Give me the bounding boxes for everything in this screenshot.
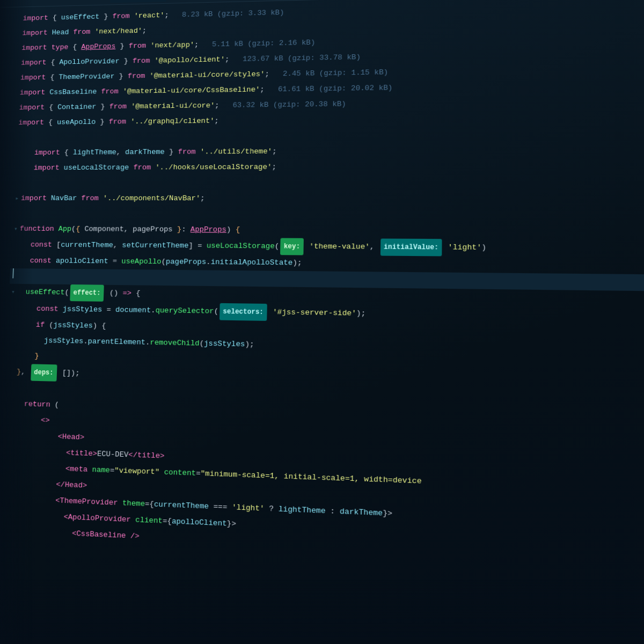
size-1: 8.23 kB (gzip: 3.33 kB) <box>173 5 284 23</box>
keyword-import7: import <box>19 100 45 115</box>
keyword-return: return <box>24 397 50 413</box>
brace-15f: { <box>235 222 240 238</box>
keyword-from4: from <box>132 54 150 69</box>
id-apolloclient2: apolloClient <box>171 514 227 532</box>
id-document: document <box>115 302 151 318</box>
code-line-11: import useLocalStorage from '../hooks/us… <box>14 157 644 175</box>
keyword-const17: const <box>30 253 52 269</box>
indent-28 <box>5 427 58 445</box>
plain-15e: ) <box>226 222 236 238</box>
val-viewport: "viewport" <box>114 463 160 480</box>
code-line-12 <box>13 174 644 191</box>
code-line-14 <box>12 206 644 224</box>
attr-client: client <box>130 512 163 530</box>
indent-10 <box>17 145 34 160</box>
plain-5b: } <box>114 69 128 84</box>
str-apollo: '@apollo/client' <box>150 52 225 69</box>
keyword-from2: from <box>69 25 91 40</box>
indent-21 <box>10 317 36 333</box>
str-cssbaseline: '@material-ui/core/CssBaseline' <box>118 82 260 99</box>
keyword-import8: import <box>18 115 45 130</box>
plain-5: { <box>46 70 59 85</box>
plain-8c: ; <box>214 113 219 129</box>
badge-key: key: <box>280 238 304 255</box>
keyword-import3: import <box>21 40 48 56</box>
plain-32b: === <box>209 499 232 516</box>
plain-22d: ); <box>245 336 254 353</box>
plain-20: = <box>102 302 116 318</box>
str-react: 'react' <box>129 8 165 24</box>
indent-22 <box>9 332 45 348</box>
str-light: 'light' <box>443 239 482 256</box>
editor-inner: ts index.ts × ⚙ .env.local × ⚛ _app.tsx … <box>0 0 644 644</box>
indent-19 <box>17 284 26 300</box>
keyword-const16: const <box>30 237 52 253</box>
code-line-13: ▸ import NavBar from '../components/NavB… <box>13 191 644 207</box>
id-navbar: NavBar <box>46 191 77 207</box>
size-6: 61.61 kB (gzip: 20.02 kB) <box>269 80 393 98</box>
str-matui-styles: '@material-ui/core/styles' <box>145 67 265 84</box>
id-container: Container <box>57 99 97 115</box>
indent-24 <box>8 364 17 379</box>
badge-deps: deps: <box>31 364 57 381</box>
plain-1b: } <box>99 9 113 24</box>
id-apolloclient: apolloClient <box>51 253 108 269</box>
plain-17d: ); <box>292 255 302 271</box>
plain-7: { <box>45 100 58 115</box>
indent-26 <box>6 396 25 412</box>
keyword-import13: import <box>20 191 47 206</box>
id-currenttheme2: currentTheme <box>153 496 209 515</box>
keyword-import: import <box>23 11 48 26</box>
tag-themeprovider: <ThemeProvider <box>55 493 118 511</box>
size-4: 123.67 kB (gzip: 33.78 kB) <box>233 50 361 68</box>
editor-container: ts index.ts × ⚙ .env.local × ⚛ _app.tsx … <box>0 0 644 644</box>
id-lighttheme2: lightTheme <box>278 501 325 519</box>
plain-3c: ; <box>194 38 199 53</box>
plain-16: [ <box>52 237 61 253</box>
keyword-import11: import <box>33 160 60 175</box>
plain-32e: }> <box>383 505 392 522</box>
tab-index-ts[interactable]: ts index.ts × <box>0 0 46 6</box>
fold-19: ▾ <box>11 284 16 300</box>
keyword-if: if <box>35 317 45 333</box>
indent-27 <box>6 412 41 428</box>
plain-6: ; <box>260 82 265 98</box>
id-jssstyles3: jssStyles <box>43 333 83 350</box>
id-uselocalstorage: useLocalStorage <box>59 160 129 175</box>
plain-16d: ( <box>274 239 279 255</box>
str-theme: '../utils/theme' <box>195 144 272 160</box>
id-head: Head <box>47 25 69 41</box>
plain-8b: } <box>96 114 109 130</box>
str-themevalue: 'theme-value' <box>304 239 370 255</box>
id-jssstyles4: jssStyles <box>204 336 245 353</box>
plain-7c: ; <box>215 98 219 114</box>
str-navbar: '../components/NavBar' <box>98 191 200 207</box>
tab-app-tsx[interactable]: ⚛ _app.tsx × <box>110 0 166 3</box>
plain-19b: () <box>105 286 123 302</box>
str-light2: 'light' <box>232 500 265 517</box>
type-appprops2: AppProps <box>190 222 226 238</box>
id-cssbaseline: CssBaseline <box>45 84 97 100</box>
keyword-from3: from <box>128 39 146 54</box>
plain-26: ( <box>50 397 59 413</box>
id-useEffect: useEffect <box>61 10 100 25</box>
plain-29: ECU-DEV <box>97 446 128 463</box>
str-graphql: '../graphql/client' <box>126 113 215 129</box>
tab-env-local[interactable]: ⚙ .env.local × <box>46 0 109 4</box>
plain-11: ; <box>272 159 276 175</box>
arrow-19: => <box>122 286 131 301</box>
plain-16c: ] = <box>188 238 207 254</box>
code-content[interactable]: import { useEffect } from 'react' ; 8.23… <box>0 0 644 644</box>
indent-30 <box>4 459 66 477</box>
keyword-function: function <box>19 221 54 237</box>
attr-theme: theme <box>118 495 145 513</box>
code-area: 1 2 3 4 5 6 7 8 9 10 11 12 13 14 15 16 1… <box>0 0 644 644</box>
brace-23: } <box>34 348 39 364</box>
plain-15b: Component, pageProps <box>80 222 178 238</box>
str-uselocalstorage: '../hooks/useLocalStorage' <box>151 159 272 175</box>
keyword-import2: import <box>22 26 48 41</box>
size-3: 5.11 kB (gzip: 2.16 kB) <box>203 35 316 52</box>
plain-16f: ) <box>481 240 486 256</box>
tag-head-close: </Head> <box>56 477 87 494</box>
id-jssstyles: jssStyles <box>58 302 103 318</box>
